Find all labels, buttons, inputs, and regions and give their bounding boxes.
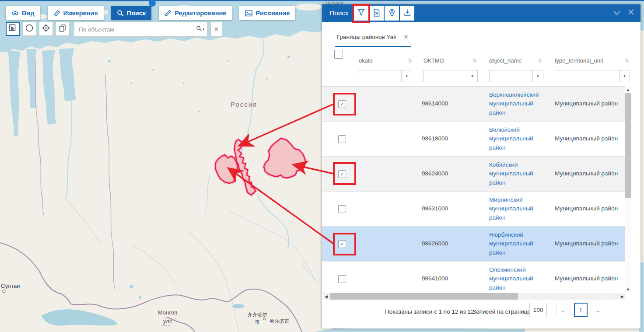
close-icon bbox=[628, 9, 634, 17]
per-page-input[interactable] bbox=[529, 303, 547, 317]
row-checkbox[interactable]: ✓ bbox=[338, 170, 346, 178]
map-pin-icon bbox=[388, 9, 396, 18]
tab-view[interactable]: Вид bbox=[6, 6, 40, 20]
close-icon[interactable]: ✕ bbox=[403, 33, 409, 40]
cell-object-name[interactable]: Мирнинский муниципальный район bbox=[489, 192, 541, 226]
filter-okato: ▾ bbox=[358, 70, 412, 82]
chevron-down-icon: ▾ bbox=[537, 74, 539, 78]
select-all-checkbox[interactable] bbox=[334, 50, 343, 59]
cell-type: Муниципальный район bbox=[555, 192, 624, 226]
filter-dropdown-button[interactable]: ▾ bbox=[402, 70, 412, 82]
image-icon bbox=[245, 10, 252, 17]
cell-object-name[interactable]: Олекминский муниципальный район bbox=[489, 262, 541, 293]
locate-target-tool[interactable] bbox=[39, 22, 53, 36]
chevron-down-icon: ▾ bbox=[203, 27, 205, 31]
horizontal-scrollbar[interactable]: ◀ ▶ bbox=[323, 293, 625, 300]
cell-oktmo: 98626000 bbox=[422, 227, 475, 261]
tab-measure[interactable]: Измерения bbox=[48, 6, 104, 20]
scroll-right-icon[interactable]: ▶ bbox=[620, 293, 625, 300]
scroll-up-icon[interactable]: ▲ bbox=[625, 87, 631, 92]
excel-export-button[interactable] bbox=[369, 6, 384, 21]
ruler-icon bbox=[53, 10, 60, 17]
filter-oktmo: ▾ bbox=[424, 70, 478, 82]
cell-okato bbox=[359, 262, 412, 293]
sort-icon[interactable]: ⇅ bbox=[407, 57, 412, 64]
tab-draw[interactable]: Рисование bbox=[239, 6, 295, 20]
filter-okato-input[interactable] bbox=[358, 70, 402, 82]
map-label-sultan: Султан bbox=[1, 283, 20, 289]
collapse-panel-button[interactable] bbox=[613, 9, 621, 17]
circle-select-tool[interactable] bbox=[22, 22, 36, 36]
panel-header: Поиск bbox=[322, 4, 640, 22]
filter-type-input[interactable] bbox=[555, 70, 620, 82]
cell-okato bbox=[359, 227, 412, 261]
close-panel-button[interactable] bbox=[628, 9, 634, 17]
column-header-oktmo[interactable]: ОКТМО ⇅ bbox=[424, 57, 477, 64]
panel-title: Поиск bbox=[329, 9, 348, 17]
column-header-object-name[interactable]: object_name ⇅ bbox=[489, 57, 542, 64]
locate-target-icon bbox=[42, 24, 50, 34]
eye-icon bbox=[11, 10, 19, 16]
table-row[interactable]: ✓ 98624000 Кобяйский муниципальный район… bbox=[322, 157, 625, 192]
filter-dropdown-button[interactable]: ▾ bbox=[467, 70, 478, 82]
cell-oktmo: 98641000 bbox=[422, 262, 475, 293]
select-cursor-tool[interactable] bbox=[6, 22, 20, 36]
scroll-down-icon[interactable]: ▼ bbox=[625, 287, 631, 292]
object-search-group: ▾ ✕ bbox=[74, 22, 222, 37]
show-on-map-button[interactable] bbox=[385, 6, 399, 21]
row-checkbox[interactable] bbox=[338, 275, 346, 283]
search-options-button[interactable]: ▾ bbox=[193, 22, 207, 37]
cell-oktmo: 98614000 bbox=[422, 87, 475, 121]
sort-icon[interactable]: ⇅ bbox=[624, 57, 629, 64]
chevron-down-icon: ▾ bbox=[406, 74, 408, 78]
download-button[interactable] bbox=[400, 6, 414, 21]
table-row[interactable]: ✓ 98614000 Верхневилюйский муниципальный… bbox=[322, 87, 625, 122]
current-page-button[interactable]: 1 bbox=[574, 303, 588, 317]
chevron-down-icon: ▾ bbox=[471, 74, 473, 78]
cell-type: Муниципальный район bbox=[555, 227, 624, 261]
column-header-type[interactable]: type_territorial_unit ⇅ bbox=[555, 57, 629, 64]
filter-dropdown-button[interactable]: ▾ bbox=[620, 70, 630, 82]
scroll-left-icon[interactable]: ◀ bbox=[323, 293, 329, 300]
table-row-selected[interactable]: ✓ 98626000 Нюрбинский муниципальный райо… bbox=[322, 227, 625, 262]
result-tab[interactable]: Границы районов Yak ✕ bbox=[335, 33, 411, 47]
map-label-mongolia: Монгол улс bbox=[153, 308, 182, 326]
next-page-button[interactable]: → bbox=[591, 303, 604, 317]
map-label-qiqihar: 齐齐哈尔市 bbox=[246, 311, 269, 325]
tab-search[interactable]: Поиск bbox=[111, 6, 152, 20]
row-checkbox[interactable]: ✓ bbox=[338, 240, 346, 248]
results-table-body: ✓ 98614000 Верхневилюйский муниципальный… bbox=[322, 86, 625, 293]
filter-button[interactable] bbox=[354, 6, 368, 21]
column-header-okato[interactable]: okato ⇅ bbox=[359, 57, 412, 64]
filter-oktmo-input[interactable] bbox=[424, 70, 467, 82]
filter-object-name-input[interactable] bbox=[489, 70, 533, 82]
copy-features-tool[interactable] bbox=[56, 22, 70, 36]
table-row[interactable]: 98631000 Мирнинский муниципальный район … bbox=[322, 192, 625, 227]
cell-object-name[interactable]: Кобяйский муниципальный район bbox=[489, 157, 541, 191]
vertical-scrollbar[interactable]: ▲ ▼ bbox=[625, 87, 631, 292]
cell-object-name[interactable]: Нюрбинский муниципальный район bbox=[489, 227, 541, 261]
prev-page-button[interactable]: ← bbox=[556, 303, 570, 317]
cell-object-name[interactable]: Вилюйский муниципальный район bbox=[489, 122, 541, 156]
row-checkbox[interactable] bbox=[338, 135, 346, 143]
vertical-scroll-thumb[interactable] bbox=[625, 93, 631, 198]
horizontal-scroll-thumb[interactable] bbox=[330, 293, 518, 300]
filter-object-name: ▾ bbox=[489, 70, 543, 82]
table-row[interactable]: 98641000 Олекминский муниципальный район… bbox=[322, 262, 625, 293]
row-checkbox[interactable] bbox=[338, 205, 346, 213]
object-search-input[interactable] bbox=[74, 22, 193, 37]
filter-dropdown-button[interactable]: ▾ bbox=[533, 70, 543, 82]
table-row[interactable]: 98618000 Вилюйский муниципальный район М… bbox=[322, 122, 625, 157]
cell-object-name[interactable]: Верхневилюйский муниципальный район bbox=[489, 87, 541, 121]
chevron-down-icon: ▾ bbox=[623, 74, 626, 78]
tab-edit[interactable]: Редактирование bbox=[159, 6, 232, 20]
map-label-country: Россия bbox=[231, 101, 257, 108]
sort-icon[interactable]: ⇅ bbox=[472, 57, 477, 64]
per-page-label: Записей на странице bbox=[472, 308, 531, 315]
cell-type: Муниципальный район bbox=[555, 262, 624, 293]
row-checkbox[interactable]: ✓ bbox=[338, 100, 346, 108]
search-clear-button[interactable]: ✕ bbox=[210, 22, 222, 37]
search-icon bbox=[196, 25, 202, 33]
sort-icon[interactable]: ⇅ bbox=[538, 57, 542, 64]
cell-okato bbox=[359, 122, 412, 156]
